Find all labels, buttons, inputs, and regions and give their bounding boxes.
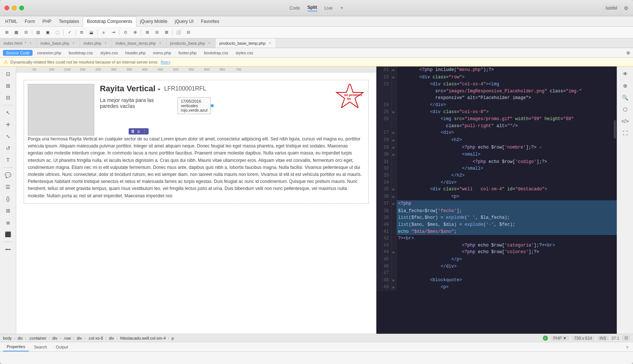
sb-more-icon[interactable]: •••: [3, 244, 14, 255]
mode-split[interactable]: Split: [307, 5, 317, 11]
subtab-menu-php[interactable]: menu.php: [150, 50, 174, 56]
bottom-tab-output[interactable]: Output: [52, 342, 72, 351]
menu-html[interactable]: HTML: [1, 16, 21, 26]
breadcrumb-row[interactable]: .row: [63, 336, 71, 340]
code-line-content[interactable]: class="pull-right" alt=""/>: [396, 123, 617, 130]
breadcrumb-div-4[interactable]: div: [109, 336, 114, 340]
code-line-content[interactable]: <div class="col-xs-8">: [396, 109, 617, 116]
code-line-content[interactable]: src="images/ImgResponsive_Placeholder.pn…: [396, 88, 617, 95]
tb-file-btn[interactable]: ▤: [34, 28, 43, 37]
breadcrumb-destacado[interactable]: #destacado.well.col-sm-4: [120, 336, 166, 340]
code-line-content[interactable]: <div class="row">: [396, 74, 617, 81]
tb-copy-btn[interactable]: ⧉: [77, 28, 86, 37]
tb-expand-btn[interactable]: ⊞: [2, 28, 11, 37]
code-line-content[interactable]: <?php echo $row['categoria'];?><br>: [396, 242, 617, 249]
product-info-box[interactable]: 17/05/2016 verticales rojo,verde,azul: [177, 97, 211, 114]
tb-paste-btn[interactable]: ⬓: [87, 28, 96, 37]
filetab-close[interactable]: ×: [71, 41, 76, 45]
sb-expand-icon[interactable]: ⊡: [3, 69, 14, 79]
sb-list-icon[interactable]: ☰: [3, 182, 14, 192]
tb-align-btn[interactable]: ≡: [99, 28, 108, 37]
mode-live[interactable]: Live: [324, 6, 332, 11]
code-line-content[interactable]: </div>: [396, 179, 617, 186]
tb-img-btn[interactable]: ⬚: [53, 28, 62, 37]
sb-move-icon[interactable]: ✛: [3, 119, 14, 130]
preview-container[interactable]: 🗑 p ⋮ en promoc: [24, 80, 369, 204]
sb-rotate-icon[interactable]: ↺: [3, 143, 14, 153]
filetab-index-php[interactable]: index.php ×: [80, 38, 112, 48]
code-line-content[interactable]: </h2>: [396, 172, 617, 179]
code-line-content[interactable]: <div>: [396, 129, 617, 137]
mode-code[interactable]: Code: [290, 6, 300, 11]
subtab-footer-php[interactable]: footer.php: [176, 50, 200, 56]
subtab-styles-css2[interactable]: styles.css: [233, 50, 256, 56]
close-button[interactable]: [4, 6, 9, 10]
filetab-producto-base-temp-php[interactable]: producto_base_temp.php ×: [216, 38, 276, 48]
sb-text-icon[interactable]: T: [3, 155, 14, 165]
subtab-styles-css[interactable]: styles.css: [97, 50, 121, 56]
breadcrumb-container[interactable]: .container: [28, 336, 46, 340]
sb-right-layers-icon[interactable]: ⊕: [620, 81, 631, 91]
menu-jquery-mobile[interactable]: jQuery Mobile: [136, 16, 171, 26]
subtab-bootstrap-css2[interactable]: bootstrap.css: [201, 50, 231, 56]
tb-link-btn[interactable]: ⊙: [121, 28, 130, 37]
retry-link[interactable]: Retry: [160, 60, 170, 64]
minimize-button[interactable]: [12, 6, 17, 10]
sb-comment-icon[interactable]: 💬: [3, 170, 14, 180]
breadcrumb-body[interactable]: body: [3, 336, 12, 340]
tb-rows-btn[interactable]: ⊟: [152, 28, 161, 37]
filetab-index-base-temp-php[interactable]: index_base_temp.php ×: [112, 38, 166, 48]
code-scrollbar[interactable]: [614, 120, 616, 139]
live-dropdown-arrow[interactable]: ▼: [340, 6, 343, 10]
code-line-content[interactable]: <?php echo $row['colores'];?>: [396, 249, 617, 256]
sb-resize-icon[interactable]: ⤡: [3, 131, 14, 142]
tb-table-btn[interactable]: ⊞: [143, 28, 152, 37]
filetab-close[interactable]: ×: [158, 41, 162, 45]
menu-form[interactable]: Form: [21, 16, 39, 26]
menu-favorites[interactable]: Favorites: [197, 16, 223, 26]
code-line-content[interactable]: <div class="col-xs-4"><img: [396, 81, 617, 88]
sb-table2-icon[interactable]: ⊞: [3, 205, 14, 216]
code-line-content[interactable]: </small>: [396, 165, 617, 172]
subtab-header-php[interactable]: header.php: [122, 50, 149, 56]
code-line-content[interactable]: <?php echo $row['codigo'];?>: [396, 159, 617, 166]
code-line-content[interactable]: [396, 270, 617, 277]
code-line-content[interactable]: <p>: [396, 193, 617, 201]
filetab-close[interactable]: ×: [104, 41, 108, 45]
sb-right-search-icon[interactable]: 🔍: [620, 92, 631, 103]
code-line-content[interactable]: </p>: [396, 256, 617, 263]
user-badge[interactable]: luisfel: [603, 5, 620, 11]
code-line-content[interactable]: ?><br>: [396, 235, 617, 242]
breadcrumb-div-3[interactable]: div: [77, 336, 82, 340]
bottom-tab-properties[interactable]: Properties: [3, 342, 29, 351]
sb-grid-icon[interactable]: ⊟: [3, 92, 14, 103]
breadcrumb-col-xs-8[interactable]: .col-xs-8: [88, 336, 103, 340]
tb-split-btn[interactable]: ⊟: [184, 28, 193, 37]
filetab-index-html[interactable]: index.html * ×: [0, 38, 37, 48]
code-line-content[interactable]: <small>: [396, 151, 617, 159]
sb-right-db-icon[interactable]: ⬡: [620, 104, 631, 115]
subtab-conexion-php[interactable]: conexion.php: [34, 50, 64, 56]
ins-mode[interactable]: INS: [597, 336, 608, 341]
code-line-content[interactable]: list($fec,$hor) = explode(' ', $la_fecha…: [396, 214, 617, 221]
toolbar-icon-trash[interactable]: 🗑: [130, 129, 136, 134]
menu-jquery-ui[interactable]: jQuery UI: [171, 16, 197, 26]
filetab-index-base-php[interactable]: index_base.php ×: [37, 38, 80, 48]
settings-icon[interactable]: ⚙: [624, 5, 629, 11]
tb-cols-btn[interactable]: ⊠: [162, 28, 171, 37]
subtab-bootstrap-css[interactable]: bootstrap.css: [66, 50, 96, 56]
sb-right-eye-icon[interactable]: 👁: [620, 69, 631, 79]
sb-align-icon[interactable]: ≣: [3, 217, 14, 228]
filetab-close[interactable]: ×: [207, 41, 211, 45]
tb-grid-btn[interactable]: ▦: [12, 28, 21, 37]
filter-icon[interactable]: ⊜: [626, 50, 630, 55]
tb-anchor-btn[interactable]: ⊕: [131, 28, 139, 37]
language-selector[interactable]: PHP ▼: [551, 336, 569, 341]
sb-right-puzzle-icon[interactable]: ⛶: [620, 128, 631, 138]
code-line-content[interactable]: list($ano, $mes, $dia) = explode('-', $f…: [396, 221, 617, 228]
code-line-content[interactable]: </div>: [396, 263, 617, 270]
fullscreen-btn[interactable]: ⊡: [622, 335, 630, 341]
breadcrumb-div-2[interactable]: div: [52, 336, 57, 340]
breadcrumb-p[interactable]: p: [172, 336, 174, 340]
tb-check-btn[interactable]: ✓: [65, 28, 74, 37]
